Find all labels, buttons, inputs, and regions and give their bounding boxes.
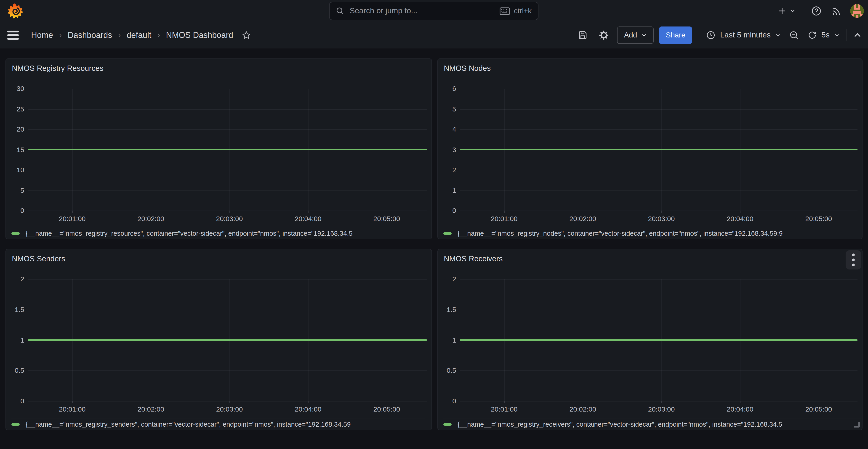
timeseries-chart[interactable]: 012345620:01:0020:02:0020:03:0020:04:002… — [438, 59, 862, 239]
share-button[interactable]: Share — [659, 27, 692, 44]
timeseries-chart[interactable]: 00.511.5220:01:0020:02:0020:03:0020:04:0… — [6, 249, 432, 430]
legend-label[interactable]: {__name__="nmos_registry_senders", conta… — [26, 420, 351, 428]
x-axis-tick — [387, 211, 387, 213]
gridline-horizontal — [28, 89, 427, 89]
breadcrumb-home[interactable]: Home — [31, 30, 53, 40]
user-avatar[interactable] — [850, 4, 864, 18]
add-panel-button[interactable]: Add — [617, 27, 654, 44]
save-dashboard-button[interactable] — [578, 30, 588, 40]
legend-label[interactable]: {__name__="nmos_registry_nodes", contain… — [458, 229, 783, 237]
dashboard-toolbar: Home › Dashboards › default › NMOS Dashb… — [0, 22, 868, 49]
x-axis-tick-label: 20:01:00 — [484, 405, 525, 413]
x-axis-tick-label: 20:02:00 — [562, 215, 603, 223]
breadcrumb-dashboards[interactable]: Dashboards — [68, 30, 112, 40]
legend-swatch — [11, 232, 20, 234]
x-axis-tick-label: 20:02:00 — [562, 405, 603, 413]
zoom-out-icon — [789, 30, 799, 40]
legend-label[interactable]: {__name__="nmos_registry_resources", con… — [26, 229, 353, 237]
gridline-horizontal — [460, 109, 858, 109]
global-search[interactable]: ctrl+k — [329, 2, 538, 20]
timeseries-chart[interactable]: 00.511.5220:01:0020:02:0020:03:0020:04:0… — [438, 249, 862, 430]
x-axis-tick — [72, 211, 73, 213]
kebab-icon — [852, 263, 855, 266]
panel-menu-button[interactable] — [846, 250, 861, 269]
y-axis-tick-label: 0 — [6, 397, 24, 405]
grafana-dashboard: ctrl+k — [0, 0, 868, 449]
breadcrumb-separator: › — [59, 30, 62, 40]
breadcrumb-current: NMOS Dashboard — [166, 30, 233, 40]
gridline-horizontal — [460, 89, 858, 89]
grafana-logo-icon[interactable] — [7, 3, 23, 19]
x-axis-tick — [308, 211, 309, 213]
refresh-interval-label: 5s — [822, 31, 830, 40]
chevron-down-icon — [641, 32, 647, 38]
x-axis-tick-label: 20:01:00 — [484, 215, 525, 223]
kebab-icon — [852, 259, 855, 261]
y-axis-tick-label: 4 — [438, 125, 456, 133]
keyboard-icon — [500, 7, 510, 15]
time-range-picker[interactable]: Last 5 minutes — [706, 31, 781, 40]
legend-label[interactable]: {__name__="nmos_registry_receivers", con… — [458, 420, 782, 428]
gridline-horizontal — [460, 371, 858, 371]
x-axis-tick-label: 20:03:00 — [209, 405, 250, 413]
y-axis-tick-label: 15 — [6, 146, 24, 154]
x-axis-tick — [229, 211, 230, 213]
gridline-horizontal — [460, 190, 858, 191]
menu-toggle-button[interactable] — [7, 31, 19, 40]
x-axis-tick — [229, 401, 230, 403]
refresh-picker[interactable]: 5s — [808, 31, 840, 40]
x-axis-tick — [661, 401, 662, 403]
y-axis-tick-label: 0 — [438, 397, 456, 405]
timeseries-chart[interactable]: 05101520253020:01:0020:02:0020:03:0020:0… — [6, 59, 432, 239]
zoom-out-button[interactable] — [789, 30, 799, 40]
rss-icon — [831, 6, 841, 16]
x-axis-tick-label: 20:02:00 — [130, 215, 172, 223]
collapse-toolbar-button[interactable] — [853, 31, 862, 40]
series-line — [460, 149, 858, 150]
y-axis-tick-label: 10 — [6, 166, 24, 174]
help-button[interactable] — [811, 6, 822, 16]
x-axis-tick — [818, 401, 819, 403]
divider — [846, 29, 847, 41]
gridline-horizontal — [460, 170, 858, 170]
breadcrumb-folder[interactable]: default — [127, 30, 151, 40]
x-axis-tick — [151, 401, 151, 403]
plus-icon — [777, 6, 787, 15]
series-line — [460, 340, 858, 341]
search-input[interactable] — [349, 6, 500, 16]
gear-icon — [599, 30, 609, 40]
favorite-button[interactable] — [242, 31, 251, 40]
y-axis-tick-label: 30 — [6, 85, 24, 93]
series-line — [28, 149, 427, 150]
gridline-horizontal — [460, 310, 858, 310]
y-axis-tick-label: 25 — [6, 105, 24, 113]
y-axis-tick-label: 0.5 — [6, 366, 24, 375]
add-menu-button[interactable] — [777, 6, 795, 15]
search-icon — [336, 7, 344, 15]
gridline-horizontal — [28, 401, 427, 402]
help-icon — [811, 6, 822, 16]
legend: {__name__="nmos_registry_receivers", con… — [443, 418, 861, 430]
legend-swatch — [11, 423, 20, 425]
legend-swatch — [443, 423, 452, 425]
y-axis-tick-label: 5 — [438, 105, 456, 113]
time-range-label: Last 5 minutes — [720, 31, 771, 40]
x-axis-tick-label: 20:04:00 — [287, 405, 329, 413]
news-button[interactable] — [831, 6, 841, 16]
x-axis-tick — [151, 211, 151, 213]
search-shortcut: ctrl+k — [500, 7, 532, 15]
star-icon — [242, 31, 251, 40]
add-label: Add — [624, 31, 637, 39]
x-axis-tick — [72, 401, 73, 403]
gridline-horizontal — [28, 371, 427, 371]
gridline-horizontal — [460, 129, 858, 130]
dashboard-settings-button[interactable] — [599, 30, 609, 40]
y-axis-tick-label: 1 — [438, 186, 456, 194]
panel-resize-handle[interactable] — [854, 422, 860, 427]
top-nav-bar: ctrl+k — [0, 0, 868, 22]
topbar-actions — [777, 0, 864, 22]
y-axis-tick-label: 1.5 — [438, 306, 456, 314]
y-axis-tick-label: 0 — [6, 206, 24, 215]
gridline-horizontal — [28, 279, 427, 280]
y-axis-tick-label: 2 — [438, 275, 456, 283]
